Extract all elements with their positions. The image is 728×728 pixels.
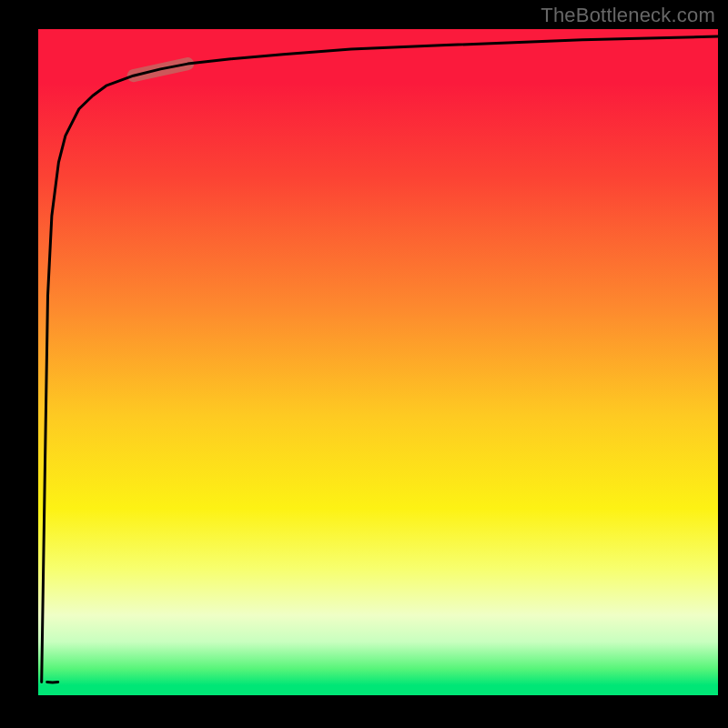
chart-stage: TheBottleneck.com [0, 0, 728, 728]
plot-area [38, 29, 718, 695]
watermark-text: TheBottleneck.com [541, 4, 715, 27]
